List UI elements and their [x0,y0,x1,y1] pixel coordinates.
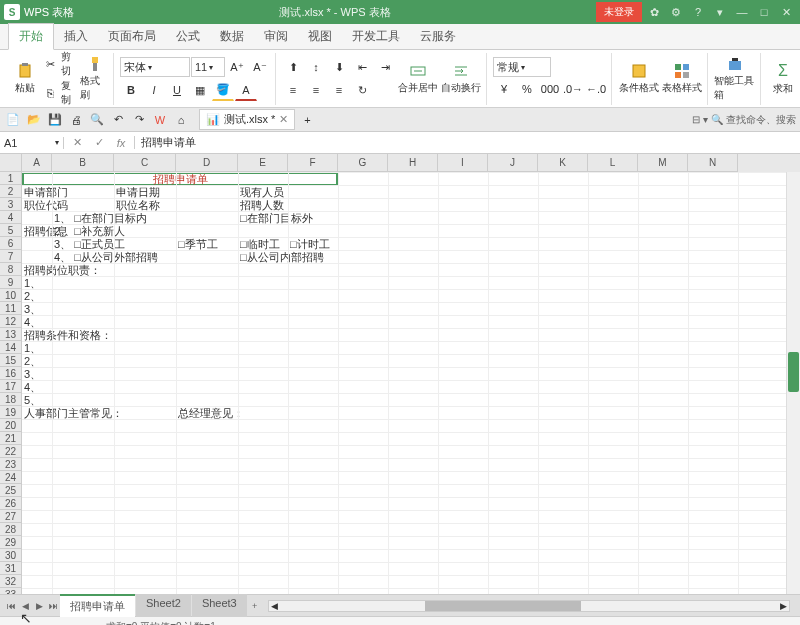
row-header-30[interactable]: 30 [0,549,22,562]
open-file-icon[interactable]: 📂 [25,111,43,129]
menu-item-2[interactable]: 页面布局 [98,24,166,49]
col-header-E[interactable]: E [238,154,288,172]
row-header-20[interactable]: 20 [0,419,22,432]
sheet-nav-last-icon[interactable]: ⏭ [46,601,60,611]
horizontal-scroll-thumb[interactable] [425,601,581,611]
row-header-11[interactable]: 11 [0,302,22,315]
collapse-ribbon-icon[interactable]: ⊟ [692,114,700,125]
sheet-nav-prev-icon[interactable]: ◀ [18,601,32,611]
align-left-icon[interactable]: ≡ [282,79,304,101]
menu-item-5[interactable]: 审阅 [254,24,298,49]
row-header-19[interactable]: 19 [0,406,22,419]
row-header-2[interactable]: 2 [0,185,22,198]
orientation-icon[interactable]: ↻ [351,79,373,101]
font-name-combo[interactable]: 宋体▾ [120,57,190,77]
row-header-32[interactable]: 32 [0,575,22,588]
settings-gear-icon[interactable]: ⚙ [666,2,686,22]
dropdown-icon[interactable]: ▾ [710,2,730,22]
row-header-21[interactable]: 21 [0,432,22,445]
row-header-5[interactable]: 5 [0,224,22,237]
col-header-C[interactable]: C [114,154,176,172]
cell-r4-c4[interactable]: □在部门目标外 [238,211,315,226]
align-middle-icon[interactable]: ↕ [305,56,327,78]
increase-decimal-icon[interactable]: .0→ [562,78,584,100]
col-header-N[interactable]: N [688,154,738,172]
row-header-18[interactable]: 18 [0,393,22,406]
col-header-G[interactable]: G [338,154,388,172]
close-tab-icon[interactable]: ✕ [279,113,288,126]
print-preview-icon[interactable]: 🔍 [88,111,106,129]
align-right-icon[interactable]: ≡ [328,79,350,101]
cancel-formula-icon[interactable]: ✕ [66,136,88,149]
sheet-tab-1[interactable]: Sheet2 [136,594,191,617]
col-header-A[interactable]: A [22,154,52,172]
col-header-K[interactable]: K [538,154,588,172]
sheet-tab-0[interactable]: 招聘申请单 [60,594,135,617]
minimize-icon[interactable]: — [732,2,752,22]
menu-item-8[interactable]: 云服务 [410,24,466,49]
number-format-combo[interactable]: 常规▾ [493,57,551,77]
skin-icon[interactable]: ✿ [644,2,664,22]
cells-area[interactable]: 招聘申请单申请部门申请日期现有人员职位代码职位名称招聘人数1、 □在部门目标内□… [22,172,800,594]
menu-item-0[interactable]: 开始 [8,23,54,50]
row-header-28[interactable]: 28 [0,523,22,536]
row-header-9[interactable]: 9 [0,276,22,289]
row-header-29[interactable]: 29 [0,536,22,549]
font-color-button[interactable]: A [235,79,257,101]
row-header-6[interactable]: 6 [0,237,22,250]
fx-icon[interactable]: fx [110,136,132,149]
col-header-L[interactable]: L [588,154,638,172]
menu-item-1[interactable]: 插入 [54,24,98,49]
down-arrow-icon[interactable]: ▾ [703,114,708,125]
vertical-scroll-thumb[interactable] [788,352,799,392]
row-header-33[interactable]: 33 [0,588,22,594]
menu-item-6[interactable]: 视图 [298,24,342,49]
row-header-8[interactable]: 8 [0,263,22,276]
smart-toolbox-button[interactable]: 智能工具箱 [714,54,756,104]
row-header-7[interactable]: 7 [0,250,22,263]
copy-button[interactable]: ⎘ [40,82,60,104]
font-size-combo[interactable]: 11▾ [191,57,225,77]
row-header-14[interactable]: 14 [0,341,22,354]
name-box[interactable]: A1▾ [0,137,64,149]
row-header-13[interactable]: 13 [0,328,22,341]
row-header-3[interactable]: 3 [0,198,22,211]
increase-font-icon[interactable]: A⁺ [226,56,248,78]
row-headers[interactable]: 1234567891011121314151617181920212223242… [0,172,22,594]
menu-item-4[interactable]: 数据 [210,24,254,49]
indent-decrease-icon[interactable]: ⇤ [351,56,373,78]
close-icon[interactable]: ✕ [776,2,796,22]
document-tab[interactable]: 📊 测试.xlsx * ✕ [199,109,295,130]
search-command-input[interactable]: 查找命令、搜索 [726,113,796,127]
select-all-corner[interactable] [0,154,22,172]
row-header-27[interactable]: 27 [0,510,22,523]
decrease-decimal-icon[interactable]: ←.0 [585,78,607,100]
row-header-12[interactable]: 12 [0,315,22,328]
currency-icon[interactable]: ¥ [493,78,515,100]
row-header-4[interactable]: 4 [0,211,22,224]
row-header-22[interactable]: 22 [0,445,22,458]
row-header-25[interactable]: 25 [0,484,22,497]
col-header-J[interactable]: J [488,154,538,172]
cell-r6-c3[interactable]: □季节工 [176,237,220,252]
cell-r19-c0[interactable]: 人事部门主管常见： [22,406,125,421]
formula-input[interactable]: 招聘申请单 [135,135,800,150]
spreadsheet-grid[interactable]: ABCDEFGHIJKLMN 1234567891011121314151617… [0,154,800,594]
menu-item-7[interactable]: 开发工具 [342,24,410,49]
maximize-icon[interactable]: □ [754,2,774,22]
new-file-icon[interactable]: 📄 [4,111,22,129]
horizontal-scrollbar[interactable]: ◀ ▶ [268,600,790,612]
accept-formula-icon[interactable]: ✓ [88,136,110,149]
row-header-17[interactable]: 17 [0,380,22,393]
align-top-icon[interactable]: ⬆ [282,56,304,78]
percent-icon[interactable]: % [516,78,538,100]
print-icon[interactable]: 🖨 [67,111,85,129]
menu-item-3[interactable]: 公式 [166,24,210,49]
row-header-24[interactable]: 24 [0,471,22,484]
row-header-10[interactable]: 10 [0,289,22,302]
row-header-15[interactable]: 15 [0,354,22,367]
col-header-H[interactable]: H [388,154,438,172]
help-icon[interactable]: ? [688,2,708,22]
add-sheet-icon[interactable]: + [248,601,262,611]
row-header-1[interactable]: 1 [0,172,22,185]
